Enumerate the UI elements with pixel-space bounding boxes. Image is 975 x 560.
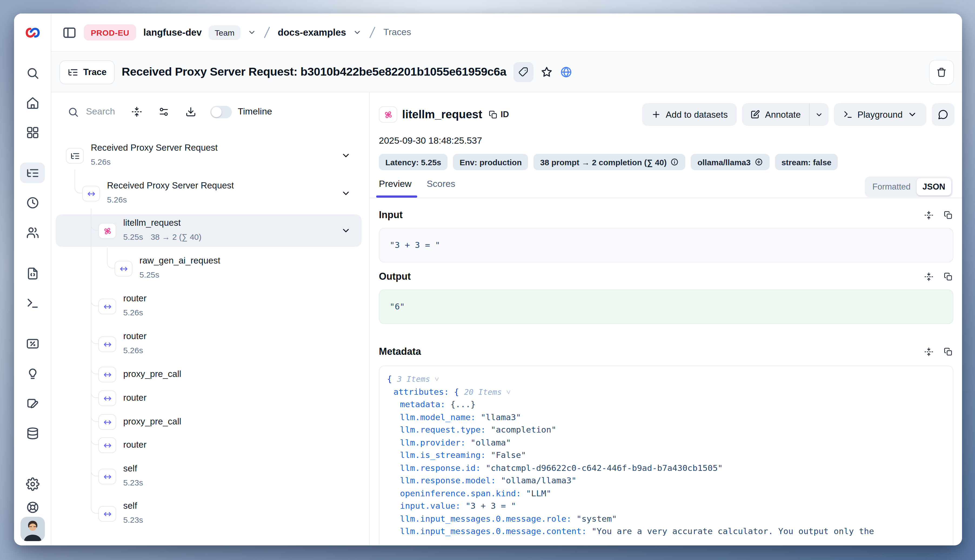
- copy-id-label: ID: [500, 110, 509, 119]
- fold-vertical-icon[interactable]: [924, 272, 933, 281]
- sidebar-item-file-code[interactable]: [20, 263, 45, 283]
- tree-node-duration: 5.23s: [123, 478, 143, 487]
- chevron-down-icon[interactable]: [341, 151, 351, 160]
- input-section-header: Input: [379, 208, 953, 222]
- app-window: PROD-EU langfuse-dev Team docs-examples …: [14, 13, 962, 545]
- metric-chip: Latency: 5.25s: [379, 154, 448, 170]
- add-to-datasets-button[interactable]: Add to datasets: [642, 103, 737, 126]
- fold-vertical-icon[interactable]: [924, 347, 933, 356]
- input-value: "3 + 3 = ": [379, 228, 953, 262]
- collapse-node-icon[interactable]: ˅: [430, 375, 439, 383]
- sidebar-item-life-buoy[interactable]: [20, 497, 45, 517]
- tags-button[interactable]: [513, 62, 533, 82]
- annotate-button[interactable]: Annotate: [743, 103, 809, 126]
- sidebar-item-clipboard-pen[interactable]: [20, 393, 45, 414]
- tree-connector-line: [107, 248, 115, 268]
- comments-button[interactable]: [932, 103, 955, 126]
- sidebar-item-lightbulb[interactable]: [20, 363, 45, 383]
- sidebar-item-database[interactable]: [20, 423, 45, 443]
- tree-connector-line: [75, 170, 82, 193]
- message-bubble-icon: [938, 109, 948, 120]
- json-line: llm.response.id: "chatcmpl-d96622c0-c642…: [387, 462, 945, 475]
- collapse-node-icon[interactable]: ˅: [502, 387, 511, 396]
- chevron-down-icon[interactable]: [341, 188, 351, 198]
- metric-chip: stream: false: [775, 154, 838, 170]
- delete-trace-button[interactable]: [929, 60, 954, 85]
- sidebar-item-clock[interactable]: [20, 192, 45, 213]
- tree-node-label: Received Proxy Server Request: [91, 143, 218, 153]
- star-icon[interactable]: [540, 66, 553, 78]
- tree-node-token-usage: 38 → 2 (∑ 40): [151, 232, 201, 242]
- playground-button[interactable]: Playground: [834, 103, 927, 126]
- tab-preview[interactable]: Preview: [379, 179, 411, 190]
- breadcrumb-org[interactable]: langfuse-dev: [144, 27, 202, 38]
- trace-badge-label: Trace: [83, 67, 107, 77]
- sidebar-item-search[interactable]: [20, 63, 45, 83]
- environment-badge[interactable]: PROD-EU: [84, 24, 137, 40]
- plus-circle-icon: [754, 158, 763, 166]
- span-icon: [86, 189, 96, 198]
- list-tree-icon: [68, 67, 79, 77]
- json-line: llm.response.model: "ollama/llama3": [387, 475, 945, 487]
- output-section-header: Output: [379, 270, 953, 283]
- copy-icon[interactable]: [944, 272, 953, 281]
- sidebar-item-settings-gear[interactable]: [20, 473, 45, 494]
- input-label: Input: [379, 209, 403, 221]
- user-avatar[interactable]: [20, 517, 45, 541]
- trash-icon: [936, 67, 947, 77]
- fold-vertical-icon[interactable]: [924, 210, 933, 220]
- tree-node-duration: 5.26s: [123, 308, 143, 317]
- breadcrumb-project[interactable]: docs-examples: [278, 27, 346, 38]
- generation-icon: [102, 226, 112, 236]
- generation-icon: [379, 107, 397, 123]
- observation-timestamp: 2025-09-30 18:48:25.537: [379, 135, 482, 146]
- square-pen-icon: [751, 110, 760, 119]
- tree-node-label: router: [123, 293, 147, 303]
- trace-title: Received Proxy Server Request: b3010b422…: [122, 65, 506, 79]
- json-line: llm.model_name: "llama3": [387, 411, 945, 424]
- copy-icon[interactable]: [944, 210, 953, 220]
- copy-id-button[interactable]: ID: [488, 110, 509, 119]
- list-tree-icon: [26, 166, 39, 180]
- sidebar-item-list-tree[interactable]: [20, 163, 45, 183]
- span-icon: [102, 370, 112, 379]
- terminal-icon: [843, 110, 853, 119]
- json-line: input.value: "3 + 3 = ": [387, 500, 945, 513]
- chevron-down-icon[interactable]: [353, 28, 362, 37]
- format-option-formatted[interactable]: Formatted: [866, 178, 916, 195]
- metric-chip[interactable]: 38 prompt → 2 completion (∑ 40): [534, 154, 686, 170]
- tree-node-label: router: [123, 440, 147, 450]
- annotate-dropdown-button[interactable]: [809, 103, 828, 126]
- database-icon: [26, 426, 39, 440]
- globe-icon[interactable]: [560, 66, 572, 78]
- sidebar-item-home[interactable]: [20, 92, 45, 113]
- chevron-down-icon[interactable]: [248, 28, 256, 37]
- tab-scores[interactable]: Scores: [427, 179, 455, 190]
- span-icon: [102, 440, 112, 450]
- chevron-down-icon[interactable]: [341, 226, 351, 235]
- span-icon: [102, 302, 112, 311]
- sidebar-item-layout-grid[interactable]: [20, 122, 45, 143]
- observation-detail-panel: litellm_request ID Add to datasets: [369, 92, 962, 545]
- tree-node-duration: 5.23s: [123, 515, 143, 524]
- sidebar-toggle-icon[interactable]: [62, 25, 77, 40]
- clock-icon: [26, 196, 39, 209]
- span-icon: [102, 417, 112, 427]
- tree-node-label: router: [123, 393, 147, 403]
- lightbulb-icon: [26, 367, 39, 380]
- tree-node-label: litellm_request: [123, 218, 181, 228]
- tree-node-duration: 5.26s: [91, 157, 110, 166]
- span-icon: [99, 469, 116, 484]
- span-icon: [102, 339, 112, 349]
- observation-title: litellm_request: [402, 108, 482, 121]
- search-icon: [26, 66, 39, 80]
- copy-icon[interactable]: [944, 347, 953, 356]
- observation-meta-chips: Latency: 5.25sEnv: production38 prompt →…: [379, 154, 838, 170]
- sidebar-item-terminal[interactable]: [20, 293, 45, 313]
- breadcrumb-page[interactable]: Traces: [383, 27, 411, 38]
- sidebar-item-users[interactable]: [20, 222, 45, 242]
- sidebar-item-percent-card[interactable]: [20, 333, 45, 354]
- format-option-json[interactable]: JSON: [916, 178, 951, 195]
- json-line: { 3 Items ˅: [387, 373, 945, 386]
- metric-chip[interactable]: ollama/llama3: [691, 154, 769, 170]
